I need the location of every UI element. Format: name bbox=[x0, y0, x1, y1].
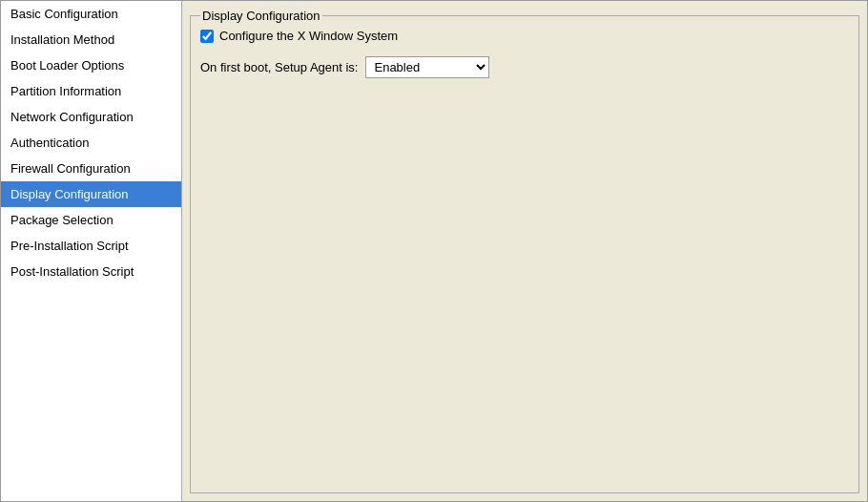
sidebar: Basic ConfigurationInstallation MethodBo… bbox=[1, 1, 182, 501]
sidebar-item-package-selection[interactable]: Package Selection bbox=[1, 207, 181, 233]
sidebar-item-partition-information[interactable]: Partition Information bbox=[1, 78, 181, 104]
sidebar-item-authentication[interactable]: Authentication bbox=[1, 130, 181, 156]
main-container: Basic ConfigurationInstallation MethodBo… bbox=[0, 0, 868, 502]
content-area: Display Configuration Configure the X Wi… bbox=[182, 1, 867, 501]
section-legend: Display Configuration bbox=[200, 9, 322, 23]
setup-agent-select[interactable]: EnabledDisabled bbox=[365, 56, 489, 78]
sidebar-item-network-configuration[interactable]: Network Configuration bbox=[1, 104, 181, 130]
setup-agent-row: On first boot, Setup Agent is: EnabledDi… bbox=[200, 56, 849, 78]
display-configuration-section: Display Configuration Configure the X Wi… bbox=[190, 9, 859, 493]
sidebar-item-boot-loader-options[interactable]: Boot Loader Options bbox=[1, 52, 181, 78]
configure-xwindow-checkbox[interactable] bbox=[200, 30, 214, 43]
sidebar-item-basic-configuration[interactable]: Basic Configuration bbox=[1, 1, 181, 27]
setup-agent-label: On first boot, Setup Agent is: bbox=[200, 60, 358, 74]
sidebar-item-installation-method[interactable]: Installation Method bbox=[1, 27, 181, 52]
sidebar-item-pre-installation-script[interactable]: Pre-Installation Script bbox=[1, 233, 181, 259]
configure-xwindow-row: Configure the X Window System bbox=[200, 29, 849, 43]
configure-xwindow-label: Configure the X Window System bbox=[219, 29, 398, 43]
sidebar-item-firewall-configuration[interactable]: Firewall Configuration bbox=[1, 156, 181, 181]
sidebar-item-display-configuration[interactable]: Display Configuration bbox=[1, 181, 181, 207]
sidebar-item-post-installation-script[interactable]: Post-Installation Script bbox=[1, 259, 181, 284]
